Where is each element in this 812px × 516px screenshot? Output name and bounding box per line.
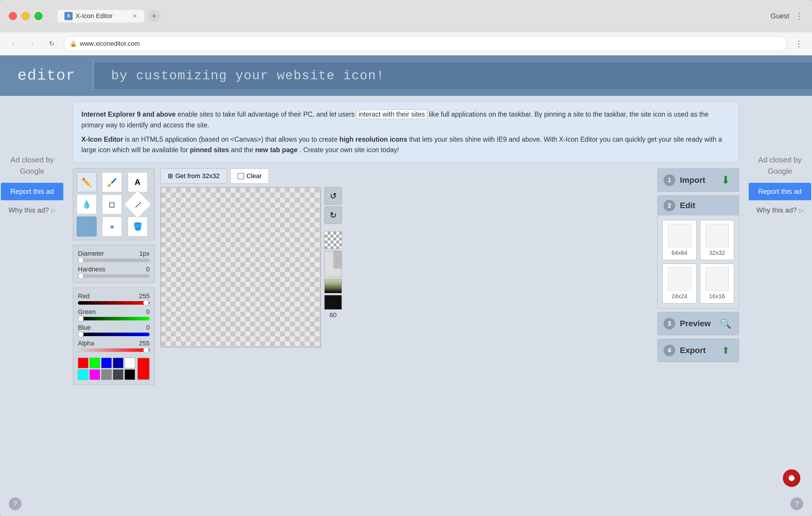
swatch-red[interactable] (78, 358, 88, 368)
left-help-icon[interactable]: ? (9, 497, 22, 510)
zoom-black-block (324, 295, 342, 310)
red-thumb[interactable] (143, 300, 149, 306)
forward-button[interactable]: › (25, 36, 40, 51)
active-tab[interactable]: X X-Icon Editor ✕ (57, 9, 145, 23)
title-bar: X X-Icon Editor ✕ + Guest ⋮ (0, 0, 812, 32)
fill-tool[interactable]: 🪣 (128, 217, 148, 236)
browser-options-button[interactable]: ⋮ (791, 36, 806, 51)
clear-button[interactable]: Clear (230, 169, 269, 184)
eyedropper-tool[interactable]: 💧 (77, 194, 96, 214)
blue-slider[interactable] (78, 333, 150, 336)
nav-bar: ‹ › ↻ 🔒 www.xiconeditor.com ⋮ (0, 32, 812, 55)
swatch-cyan[interactable] (78, 369, 88, 380)
diameter-value: 1px (139, 250, 150, 257)
hardness-thumb[interactable] (78, 273, 84, 279)
swatch-green[interactable] (90, 358, 100, 368)
green-thumb[interactable] (78, 316, 84, 322)
close-button[interactable] (9, 12, 17, 20)
alpha-label: Alpha (78, 340, 94, 347)
swatch-magenta[interactable] (90, 369, 100, 380)
preview-16x16[interactable]: 16x16 (700, 264, 734, 303)
tab-close-button[interactable]: ✕ (133, 12, 137, 20)
preview-32x32[interactable]: 32x32 (700, 220, 734, 260)
swatch-gray[interactable] (101, 369, 112, 380)
blue-thumb[interactable] (78, 331, 84, 337)
zoom-panel-rect[interactable] (324, 251, 342, 277)
right-why-this-ad[interactable]: Why this ad? ▷ (756, 206, 804, 214)
preview-number: 3 (664, 318, 675, 329)
minimize-button[interactable] (22, 12, 30, 20)
red-label: Red (78, 293, 90, 300)
diameter-thumb[interactable] (78, 257, 84, 263)
alpha-thumb[interactable] (143, 347, 149, 353)
right-why-icon: ▷ (799, 207, 804, 214)
green-slider[interactable] (78, 317, 150, 321)
guest-label: Guest (771, 12, 789, 20)
right-help-icon[interactable]: ? (790, 497, 803, 510)
green-slider-row: Green 0 (78, 308, 150, 321)
get-from-32x32-button[interactable]: ⊞ Get from 32x32 (161, 169, 227, 184)
blue-label: Blue (78, 324, 91, 331)
preview-64x64[interactable]: 64x64 (662, 220, 696, 260)
preview-title: Preview (680, 319, 714, 328)
import-title: Import (680, 176, 714, 185)
maximize-button[interactable] (34, 12, 42, 20)
canvas-main-area: ⊞ Get from 32x32 Clear (161, 169, 651, 510)
pencil-tool[interactable]: ✏️ (77, 172, 96, 192)
diameter-row: Diameter 1px (78, 250, 150, 262)
right-report-ad-button[interactable]: Report this ad (749, 183, 811, 200)
zoom-tools: 60 (324, 232, 342, 319)
export-icon[interactable]: ⬆ (718, 343, 733, 358)
right-ad-column: Ad closed byGoogle Report this ad Why th… (748, 96, 812, 516)
swatch-black[interactable] (124, 369, 135, 380)
hardness-label: Hardness (78, 266, 105, 273)
address-bar[interactable]: 🔒 www.xiconeditor.com (64, 36, 787, 51)
swatch-navy[interactable] (113, 358, 123, 368)
import-number: 1 (664, 174, 675, 186)
tools-panel: ✏️ 🖌️ A 💧 ◻ — ● 🪣 (73, 169, 154, 510)
back-button[interactable]: ‹ (6, 36, 21, 51)
editor-title: editor (18, 67, 76, 84)
left-why-this-ad[interactable]: Why this ad? ▷ (8, 206, 56, 214)
pixel-canvas[interactable] (161, 187, 321, 347)
canvas-side-tools: ↺ ↺ (324, 187, 342, 510)
tab-title: X-Icon Editor (76, 12, 113, 20)
zoom-checker-large (324, 232, 342, 249)
new-tab-button[interactable]: + (148, 10, 161, 23)
blue-value: 0 (146, 324, 150, 331)
import-icon[interactable]: ⬇ (718, 173, 733, 187)
alpha-slider[interactable] (78, 348, 150, 352)
main-editor-area: Internet Explorer 9 and above enable sit… (64, 96, 748, 516)
preview-icon[interactable]: 🔍 (718, 316, 733, 331)
reload-button[interactable]: ↻ (44, 36, 59, 51)
left-report-ad-button[interactable]: Report this ad (1, 183, 63, 200)
swatch-darkgray[interactable] (113, 369, 123, 380)
clear-label: Clear (246, 172, 262, 180)
get-from-label: Get from 32x32 (175, 172, 220, 180)
hardness-slider[interactable] (78, 274, 150, 278)
diameter-slider[interactable] (78, 259, 150, 262)
ie-bold: Internet Explorer 9 and above (81, 111, 176, 118)
url-display: www.xiconeditor.com (80, 40, 140, 48)
text-tool[interactable]: A (128, 172, 148, 192)
preview-24x24[interactable]: 24x24 (662, 264, 696, 303)
rect-tool[interactable] (77, 217, 96, 236)
ellipse-tool[interactable]: ● (102, 217, 122, 236)
alpha-slider-row: Alpha 255 (78, 340, 150, 352)
redo-button[interactable]: ↺ (324, 206, 342, 224)
undo-button[interactable]: ↺ (324, 187, 342, 205)
label-32x32: 32x32 (709, 249, 725, 256)
edit-header: 2 Edit (658, 195, 739, 215)
diameter-label: Diameter (78, 250, 104, 257)
info-text-5: and the (231, 146, 255, 154)
browser-menu-button[interactable]: ⋮ (795, 11, 803, 21)
swatch-white[interactable] (124, 358, 135, 368)
green-value: 0 (146, 308, 150, 316)
eraser-tool[interactable]: ◻ (102, 194, 122, 214)
brush-tool[interactable]: 🖌️ (102, 172, 122, 192)
color-panel: Red 255 Green (73, 287, 154, 385)
red-slider[interactable] (78, 301, 150, 305)
line-tool[interactable]: — (124, 190, 152, 218)
swatch-blue[interactable] (101, 358, 112, 368)
secure-icon: 🔒 (70, 40, 77, 47)
